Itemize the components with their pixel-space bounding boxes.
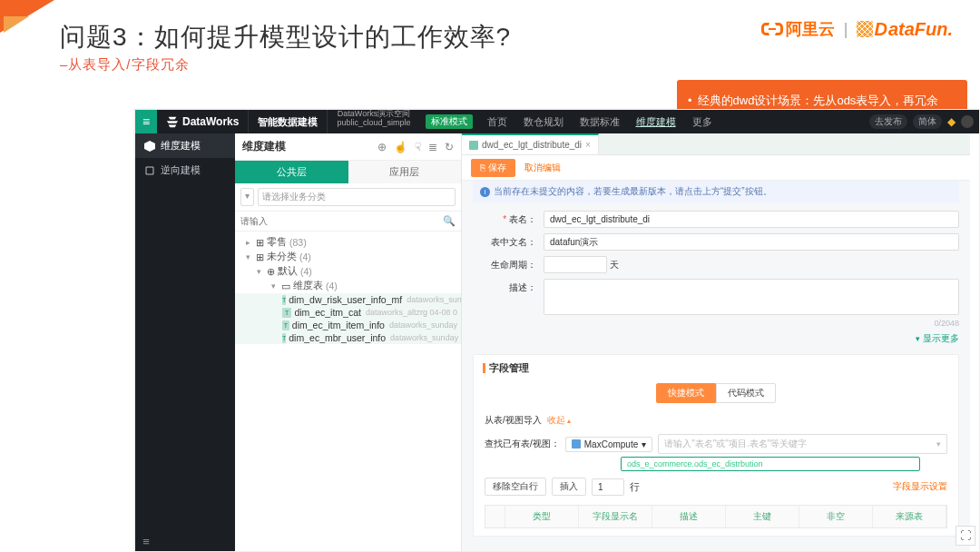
- filter-dropdown-small[interactable]: ▾: [240, 188, 254, 206]
- menu-toggle-button[interactable]: ≡: [135, 110, 157, 133]
- refresh-icon[interactable]: ↻: [445, 141, 454, 153]
- tree-node-retail[interactable]: ▸⊞ 零售 (83): [235, 235, 461, 250]
- editor-tab[interactable]: dwd_ec_lgt_distribute_di ×: [462, 133, 599, 154]
- col-display[interactable]: 字段显示名: [579, 506, 652, 527]
- info-icon: i: [480, 187, 490, 197]
- cancel-edit-link[interactable]: 取消编辑: [524, 162, 561, 174]
- help-icon[interactable]: [961, 115, 974, 128]
- collapse-sidebar-button[interactable]: ≡: [135, 531, 157, 551]
- menu-home[interactable]: 首页: [482, 115, 513, 129]
- column-settings-link[interactable]: 字段显示设置: [893, 480, 947, 493]
- cube-icon: [144, 141, 155, 152]
- mode-badge: 标准模式: [426, 114, 473, 129]
- slide-corner-decoration: [0, 0, 54, 33]
- tree-search-input[interactable]: [240, 216, 443, 226]
- menu-standard[interactable]: 数据标准: [574, 115, 625, 129]
- tree-node-uncat[interactable]: ▾⊞ 未分类 (4): [235, 250, 461, 264]
- product-logo[interactable]: DataWorks: [157, 115, 248, 128]
- premium-icon[interactable]: ◆: [947, 115, 956, 128]
- col-source[interactable]: 来源表: [873, 506, 946, 527]
- import-from-label: 从表/视图导入: [485, 414, 542, 427]
- action-bar: ⎘保存 取消编辑: [462, 155, 970, 181]
- menu-dim-model[interactable]: 维度建模: [631, 115, 681, 129]
- input-desc[interactable]: [544, 279, 959, 315]
- menu-plan[interactable]: 数仓规划: [518, 115, 569, 129]
- tree-leaf[interactable]: Tdim_ec_itm_catdataworks_altzrg 04-08 0: [235, 306, 461, 319]
- show-more-link[interactable]: 显示更多: [473, 332, 959, 345]
- model-tree: ▸⊞ 零售 (83) ▾⊞ 未分类 (4) ▾⊕ 默认 (4) ▾▭ 维度表 (…: [235, 232, 461, 348]
- tree-title: 维度建模: [242, 139, 286, 154]
- table-icon: T: [282, 320, 289, 330]
- remove-blank-rows-button[interactable]: 移除空白行: [485, 478, 546, 496]
- col-pk[interactable]: 主键: [726, 506, 799, 527]
- col-desc[interactable]: 描述: [652, 506, 726, 527]
- alibaba-cloud-icon: [761, 20, 783, 38]
- label-desc: 描述：: [473, 279, 544, 294]
- field-manager-panel: 字段管理 快捷模式 代码模式 从表/视图导入 收起 查找已有表/视图： MaxC…: [473, 354, 959, 537]
- top-menu: 首页 数仓规划 数据标准 维度建模 更多: [482, 115, 718, 129]
- alibaba-cloud-logo: 阿里云: [761, 18, 835, 40]
- field-table: 类型 字段显示名 描述 主键 非空 来源表: [485, 505, 947, 528]
- table-icon: T: [282, 308, 291, 318]
- tree-node-dimtable[interactable]: ▾▭ 维度表 (4): [235, 279, 461, 293]
- rail-reverse-modeling[interactable]: 逆向建模: [135, 158, 235, 182]
- table-icon: T: [282, 333, 286, 343]
- input-lifecycle[interactable]: [544, 256, 607, 273]
- find-table-label: 查找已有表/视图：: [485, 438, 560, 450]
- label-lifecycle: 生命周期：: [473, 256, 544, 271]
- slide-subtitle: –从表导入/字段冗余: [60, 56, 190, 74]
- save-button[interactable]: ⎘保存: [471, 159, 515, 177]
- insert-rows-button[interactable]: 插入: [552, 478, 586, 496]
- engine-select[interactable]: MaxCompute ▾: [565, 437, 652, 452]
- tree-leaf[interactable]: Tdim_ec_itm_item_infodataworks_sunday: [235, 319, 461, 331]
- tree-pane: 维度建模 ⊕ ☝ ☟ ≣ ↻ 公共层 应用层 ▾ 请选择业务分类 🔍: [235, 133, 462, 551]
- main-area: dwd_ec_lgt_distribute_di × ⎘保存 取消编辑 i 当前…: [462, 133, 970, 551]
- filter-biz-category[interactable]: 请选择业务分类: [258, 188, 456, 206]
- datafun-dots-icon: [857, 21, 873, 37]
- logo-row: 阿里云 | DataFun.: [761, 18, 953, 40]
- fullscreen-button[interactable]: ⛶: [956, 526, 975, 546]
- tree-leaf[interactable]: Tdim_dw_risk_user_info_mfdataworks_sund: [235, 293, 461, 306]
- tab-table-icon: [469, 141, 478, 150]
- reverse-icon: [144, 165, 155, 176]
- export-icon[interactable]: ☟: [415, 141, 421, 153]
- close-tab-icon[interactable]: ×: [585, 140, 591, 150]
- menu-more[interactable]: 更多: [687, 115, 718, 129]
- mode-quick[interactable]: 快捷模式: [656, 383, 716, 403]
- save-icon: ⎘: [480, 163, 485, 172]
- label-table-name: 表名：: [473, 211, 544, 226]
- col-type[interactable]: 类型: [505, 506, 579, 527]
- input-table-name[interactable]: [544, 211, 959, 228]
- mode-code[interactable]: 代码模式: [716, 383, 776, 403]
- search-icon[interactable]: 🔍: [443, 215, 456, 227]
- rail-dim-modeling[interactable]: 维度建模: [135, 133, 235, 158]
- workspace-selector[interactable]: DataWorks演示空间 public_cloud_simple: [327, 110, 419, 133]
- insert-count-input[interactable]: [592, 478, 624, 496]
- col-notnull[interactable]: 非空: [799, 506, 873, 527]
- input-cn-name[interactable]: [544, 233, 959, 251]
- tree-leaf[interactable]: Tdim_ec_mbr_user_infodataworks_sunday: [235, 331, 461, 344]
- deploy-link[interactable]: 去发布: [869, 114, 907, 129]
- col-check[interactable]: [485, 506, 505, 527]
- import-icon[interactable]: ☝: [394, 141, 407, 153]
- table-icon: T: [282, 295, 286, 305]
- editor-tabs: dwd_ec_lgt_distribute_di ×: [462, 133, 970, 155]
- maxcompute-icon: [572, 439, 581, 448]
- table-search-combo[interactable]: 请输入"表名"或"项目.表名"等关键字▾: [658, 434, 947, 454]
- lang-switch[interactable]: 简体: [913, 114, 942, 129]
- slide-title: 问题3：如何提升模型设计的工作效率?: [60, 20, 511, 54]
- panel-title: 字段管理: [474, 355, 958, 381]
- label-cn-name: 表中文名：: [473, 233, 544, 249]
- tab-public-layer[interactable]: 公共层: [235, 161, 348, 183]
- tab-app-layer[interactable]: 应用层: [348, 161, 462, 183]
- topbar-right: 去发布 简体 ◆: [869, 114, 979, 129]
- tree-node-default[interactable]: ▾⊕ 默认 (4): [235, 264, 461, 279]
- nav-smart-modeling[interactable]: 智能数据建模: [248, 110, 327, 133]
- app-topbar: ≡ DataWorks 智能数据建模 DataWorks演示空间 public_…: [135, 110, 979, 133]
- datafun-logo: DataFun.: [857, 19, 953, 40]
- autocomplete-option[interactable]: ods_e_commerce.ods_ec_distrbution: [621, 457, 920, 471]
- row-label: 行: [630, 480, 640, 494]
- collapse-link[interactable]: 收起: [547, 414, 571, 427]
- list-icon[interactable]: ≣: [428, 141, 437, 153]
- new-icon[interactable]: ⊕: [377, 141, 387, 153]
